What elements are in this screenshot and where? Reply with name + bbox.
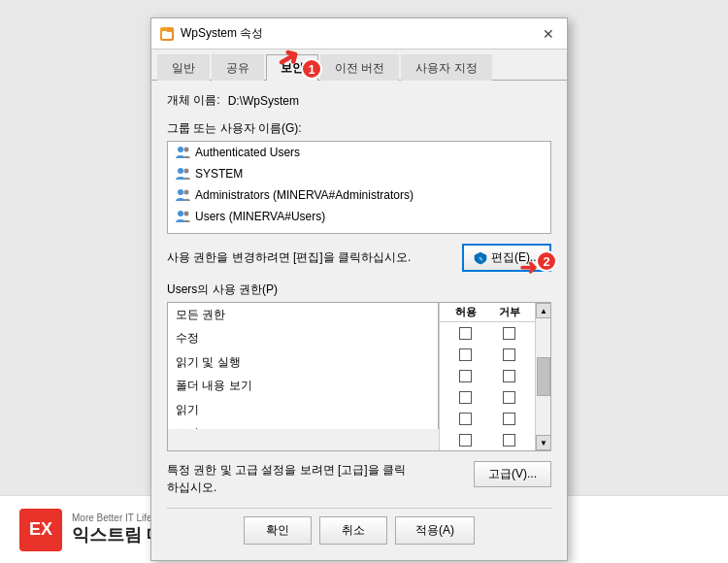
- bottom-buttons: 확인 취소 적용(A): [167, 508, 551, 548]
- edit-instruction: 사용 권한을 변경하려면 [편집]을 클릭하십시오.: [167, 249, 454, 266]
- object-name-label: 개체 이름:: [167, 92, 220, 109]
- perm-check-modify: [440, 344, 535, 365]
- permissions-label-text: Users의 사용 권한(P): [167, 282, 278, 296]
- svg-point-3: [184, 148, 189, 152]
- svg-point-8: [178, 211, 183, 216]
- perm-check-full-deny[interactable]: [503, 327, 515, 340]
- tab-bar: 일반 공유 보안 이전 버전 사용자 지정: [151, 50, 567, 81]
- perm-check-read-allow[interactable]: [459, 413, 472, 425]
- perm-item-read-execute: 읽기 및 실행: [168, 350, 438, 374]
- perm-item-write: 쓰기: [168, 421, 438, 429]
- badge-2: 2: [536, 250, 557, 272]
- permissions-label: Users의 사용 권한(P): [167, 282, 551, 298]
- scrollbar-track-bottom: [536, 397, 550, 435]
- perm-check-write: [440, 429, 535, 450]
- perm-check-list-folder-deny[interactable]: [503, 391, 515, 404]
- perm-item-modify: 수정: [168, 326, 438, 349]
- tab-general[interactable]: 일반: [157, 54, 210, 81]
- user-icon-administrators: [174, 186, 191, 204]
- advanced-section: 특정 권한 및 고급 설정을 보려면 [고급]을 클릭 하십시오. 고급(V).…: [167, 461, 551, 496]
- dialog-title: WpSystem 속성: [181, 25, 538, 42]
- watermark-logo: EX: [19, 509, 62, 551]
- object-name-value: D:\WpSystem: [228, 94, 299, 108]
- perm-item-read: 읽기: [168, 398, 438, 421]
- group-item-administrators[interactable]: Administrators (MINERVA#Administrators): [168, 184, 550, 206]
- advanced-text-line2: 하십시오.: [167, 480, 216, 494]
- allow-column-header: 허용: [444, 305, 487, 319]
- permissions-header: 허용 거부: [440, 303, 535, 322]
- perm-check-read: [440, 408, 535, 429]
- svg-point-7: [184, 190, 189, 195]
- scrollbar-track: [536, 318, 550, 356]
- permissions-checkboxes: 허용 거부: [439, 303, 535, 450]
- group-item-system[interactable]: SYSTEM: [168, 163, 550, 184]
- perm-check-write-deny[interactable]: [503, 434, 515, 447]
- group-list[interactable]: Authenticated Users SYSTEM: [167, 141, 551, 234]
- tab-sharing[interactable]: 공유: [212, 54, 264, 81]
- advanced-text-line1: 특정 권한 및 고급 설정을 보려면 [고급]을 클릭: [167, 463, 406, 477]
- tab-previous[interactable]: 이전 버전: [320, 54, 399, 81]
- perm-check-read-execute-allow[interactable]: [459, 370, 472, 382]
- advanced-text: 특정 권한 및 고급 설정을 보려면 [고급]을 클릭 하십시오.: [167, 461, 466, 496]
- svg-point-5: [184, 169, 189, 174]
- perm-check-full-allow[interactable]: [459, 327, 472, 340]
- advanced-button[interactable]: 고급(V)...: [474, 461, 551, 487]
- tab-customize[interactable]: 사용자 지정: [401, 54, 491, 81]
- dialog-content: 개체 이름: D:\WpSystem 그룹 또는 사용자 이름(G): Auth…: [151, 81, 567, 560]
- perm-check-write-allow[interactable]: [459, 434, 472, 447]
- ok-button[interactable]: 확인: [244, 516, 312, 545]
- perm-item-list-folder: 폴더 내용 보기: [168, 374, 438, 397]
- svg-point-9: [184, 212, 189, 216]
- title-icon-inner: [160, 27, 174, 41]
- group-item-authenticated-label: Authenticated Users: [195, 146, 300, 159]
- svg-rect-0: [162, 32, 172, 39]
- user-icon-users: [174, 208, 191, 225]
- cancel-button[interactable]: 취소: [319, 516, 387, 545]
- edit-section: 사용 권한을 변경하려면 [편집]을 클릭하십시오. ✎ 편집(E)...: [167, 244, 551, 272]
- arrow-2: ➜: [519, 255, 537, 281]
- svg-rect-1: [162, 31, 167, 33]
- title-bar: WpSystem 속성 ✕: [151, 18, 567, 50]
- watermark-logo-text: EX: [29, 519, 52, 540]
- user-icon-authenticated: [174, 144, 191, 161]
- svg-point-2: [178, 147, 183, 152]
- user-icon-system: [174, 165, 191, 182]
- close-button[interactable]: ✕: [538, 23, 559, 45]
- dialog-window: WpSystem 속성 ✕ 일반 공유 보안 이전 버전 사용자 지정 개체 이…: [150, 17, 568, 561]
- perm-item-full: 모든 권한: [168, 303, 438, 326]
- group-item-authenticated[interactable]: Authenticated Users: [168, 142, 550, 163]
- svg-text:✎: ✎: [479, 256, 483, 262]
- group-label: 그룹 또는 사용자 이름(G):: [167, 120, 551, 137]
- svg-point-6: [178, 189, 183, 195]
- perm-check-full: [440, 322, 535, 344]
- group-item-system-label: SYSTEM: [195, 167, 243, 181]
- folder-icon: [162, 29, 172, 39]
- permission-list[interactable]: 모든 권한 수정 읽기 및 실행 폴더 내용 보기 읽기 쓰기: [168, 303, 439, 429]
- title-icon: [159, 26, 175, 42]
- group-item-users[interactable]: Users (MINERVA#Users): [168, 206, 550, 227]
- scrollbar-up[interactable]: ▲: [536, 303, 551, 318]
- perm-check-modify-allow[interactable]: [459, 348, 472, 361]
- scrollbar-thumb: [537, 357, 550, 396]
- deny-column-header: 거부: [487, 305, 531, 319]
- perm-check-read-deny[interactable]: [503, 413, 515, 425]
- perm-check-read-execute-deny[interactable]: [503, 370, 515, 382]
- perm-check-modify-deny[interactable]: [503, 348, 515, 361]
- group-item-users-label: Users (MINERVA#Users): [195, 210, 325, 223]
- perm-check-read-execute: [440, 365, 535, 386]
- perm-check-list-folder: [440, 386, 535, 408]
- badge-1: 1: [301, 58, 322, 80]
- object-name-row: 개체 이름: D:\WpSystem: [167, 92, 551, 109]
- scrollbar-down[interactable]: ▼: [536, 435, 551, 450]
- shield-edit-icon: ✎: [474, 251, 487, 265]
- permissions-scrollbar: ▲ ▼: [535, 303, 550, 450]
- perm-check-list-folder-allow[interactable]: [459, 391, 472, 404]
- apply-button[interactable]: 적용(A): [395, 516, 475, 545]
- group-item-administrators-label: Administrators (MINERVA#Administrators): [195, 188, 414, 202]
- permissions-table: 모든 권한 수정 읽기 및 실행 폴더 내용 보기 읽기 쓰기 허용 거부: [167, 302, 551, 451]
- svg-point-4: [178, 168, 183, 174]
